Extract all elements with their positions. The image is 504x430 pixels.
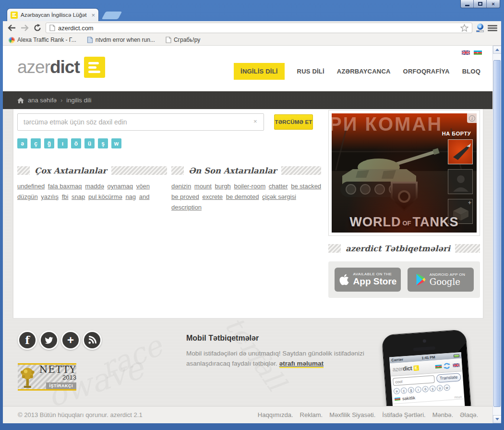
bookmark-item[interactable]: Alexa Traffic Rank - Г... (9, 37, 76, 43)
word-link[interactable]: mount (194, 183, 212, 190)
az-flag-icon[interactable] (474, 50, 482, 55)
word-link[interactable]: yazılış (41, 193, 59, 200)
word-link[interactable]: düzgün (17, 193, 38, 200)
azerdict-logo[interactable]: azerdict (17, 57, 105, 78)
app-store-button[interactable]: AVAILABLE ON THE App Store (335, 268, 401, 292)
twitter-bird-icon (44, 336, 54, 344)
azerdict-logo-icon (84, 57, 105, 78)
bottom-bar: © 2013 Bütün hüquqları qorunur. azerdict… (3, 406, 492, 423)
nav-rus-dili[interactable]: RUS DİLİ (297, 68, 324, 75)
phone-carrier: Carrier (391, 357, 403, 363)
search-input[interactable] (17, 113, 264, 131)
char-button[interactable]: w (111, 138, 121, 148)
copyright-text: © 2013 Bütün hüquqları qorunur. azerdict… (18, 411, 143, 418)
twitter-button[interactable] (39, 331, 59, 350)
word-link[interactable]: undefined (17, 183, 45, 190)
alexa-extension-icon[interactable]: a (476, 23, 484, 33)
char-button[interactable]: ü (84, 138, 95, 148)
more-info-link[interactable]: ətrafı məlumat (279, 360, 324, 368)
refresh-button[interactable] (33, 23, 42, 33)
word-link[interactable]: fala baxmaq (48, 183, 82, 190)
word-link[interactable]: pul köcürmə (88, 193, 122, 200)
minimize-icon (465, 5, 469, 6)
ad-info-button[interactable]: i (467, 113, 477, 123)
word-link[interactable]: be stacked (291, 183, 321, 190)
translate-button[interactable]: TƏRCÜMƏ ET (274, 114, 313, 130)
breadcrumb-home-link[interactable]: ana səhifə (28, 97, 57, 104)
alexa-bookmark-icon (9, 37, 15, 43)
word-link[interactable]: boiler-room (234, 183, 265, 190)
document-icon (87, 37, 93, 43)
char-button[interactable]: ş (98, 138, 108, 148)
word-link[interactable]: burgh (215, 183, 231, 190)
maximize-icon (478, 2, 482, 6)
chevron-up-icon (495, 49, 499, 51)
special-char-buttons: ə ç ğ ı ö ü ş w (17, 138, 121, 148)
minimize-button[interactable] (461, 0, 474, 8)
uk-flag-icon[interactable] (462, 50, 470, 55)
word-link[interactable]: çiçək sərgisi (262, 193, 296, 200)
banner-ad-frame: РИ КОМАН НА БОРТУ (328, 110, 480, 236)
netty-award-badge[interactable]: NETTY 2013 İŞTİRAKÇI (18, 363, 76, 391)
word-link[interactable]: maddə (85, 183, 104, 190)
char-button[interactable]: ə (17, 138, 27, 148)
nav-bloq[interactable]: BLOQ (462, 68, 480, 75)
home-icon[interactable] (17, 98, 24, 103)
world-of-tanks-ad[interactable]: РИ КОМАН НА БОРТУ (332, 113, 477, 233)
footer-link[interactable]: Haqqımızda. (258, 411, 293, 418)
nav-orfoqrafiya[interactable]: ORFOQRAFİYA (403, 68, 450, 75)
swap-languages-icon (443, 362, 451, 369)
char-button[interactable]: ö (71, 138, 81, 148)
word-link[interactable]: vöen (136, 183, 150, 190)
chevron-down-icon (495, 418, 499, 420)
close-button[interactable]: × (487, 0, 500, 8)
footer-link[interactable]: Əlaqə. (460, 411, 478, 418)
char-button[interactable]: ı (58, 138, 68, 148)
back-button[interactable] (7, 23, 16, 33)
scroll-up-button[interactable] (493, 46, 501, 54)
word-link[interactable]: dənizin (171, 183, 191, 190)
uk-flag-icon (453, 363, 460, 368)
recent-searched-list: dənizin mount burgh boiler-room chatter … (171, 181, 323, 213)
rss-button[interactable] (83, 331, 102, 350)
chrome-menu-icon[interactable] (488, 25, 497, 31)
char-button[interactable]: ç (31, 138, 41, 148)
footer-link[interactable]: Məxfilik Siyasəti. (329, 411, 375, 418)
char-button[interactable]: ğ (44, 138, 54, 148)
clear-search-icon[interactable]: × (253, 118, 257, 124)
word-link[interactable]: excrete (202, 193, 223, 200)
mobile-apps-section: Mobil Tətbiqetmələr Mobil istifadəçiləri… (186, 334, 378, 369)
word-link[interactable]: and (139, 193, 150, 200)
vertical-scrollbar[interactable] (492, 46, 501, 423)
mobile-section-title: Mobil Tətbiqetmələr (186, 334, 378, 343)
word-link[interactable]: fbi (62, 193, 69, 200)
facebook-button[interactable]: f (18, 331, 37, 350)
google-play-button[interactable]: ANDROID APP ON Google (408, 268, 474, 292)
tab-close-icon[interactable]: × (91, 12, 95, 18)
scroll-down-button[interactable] (493, 415, 501, 423)
address-bar[interactable]: azerdict.com (46, 23, 472, 33)
nav-azerbaycanca[interactable]: AZƏRBAYCANCA (337, 68, 391, 75)
word-link[interactable]: oynamaq (108, 183, 133, 190)
battery-icon (454, 354, 459, 357)
forward-button[interactable] (20, 23, 29, 33)
footer-link[interactable]: İstifadə Şərtləri. (382, 411, 425, 418)
word-link[interactable]: snap (72, 193, 85, 200)
footer-link[interactable]: Reklam. (300, 411, 323, 418)
maximize-button[interactable] (474, 0, 487, 8)
footer-link[interactable]: Mənbə. (432, 411, 453, 418)
url-text[interactable]: azerdict.com (58, 25, 457, 32)
new-tab-button[interactable] (102, 12, 122, 19)
bookmark-item[interactable]: Сграбь!ру (166, 37, 200, 43)
bookmark-star-icon[interactable] (460, 24, 468, 32)
word-link[interactable]: description (171, 204, 202, 211)
word-link[interactable]: chatter (269, 183, 288, 190)
word-link[interactable]: be proved (171, 193, 199, 200)
scrollbar-thumb[interactable] (493, 60, 501, 407)
word-link[interactable]: nag (125, 193, 136, 200)
browser-tab[interactable]: Azərbaycan İngiliscə Lüğət - × (7, 8, 99, 21)
nav-ingilis-dili[interactable]: İNGİLİS DİLİ (234, 63, 285, 80)
google-plus-button[interactable]: + (61, 331, 80, 350)
bookmark-item[interactable]: ntvdm error when run... (87, 37, 155, 43)
word-link[interactable]: be demoted (226, 193, 259, 200)
